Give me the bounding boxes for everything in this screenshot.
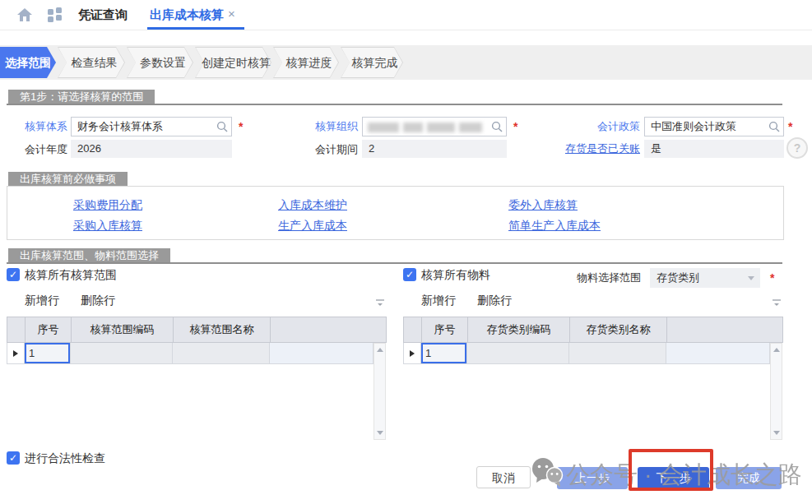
period-value: 2 — [362, 140, 507, 158]
seq-cell-selected[interactable]: 1 — [421, 343, 467, 364]
accounting-policy-label: 会计政策 — [574, 117, 640, 136]
tab-outbound-cost-accounting[interactable]: 出库成本核算 — [150, 0, 224, 30]
all-ranges-checkbox-label: 核算所有核算范围 — [25, 268, 117, 281]
accounting-policy-value: 中国准则会计政策 — [651, 118, 736, 136]
category-code-cell[interactable] — [467, 343, 569, 364]
range-name-cell[interactable] — [173, 343, 270, 364]
all-materials-checkbox-label: 核算所有物料 — [421, 268, 490, 281]
filler-cell — [270, 343, 374, 364]
link-purchase-inbound-accounting[interactable]: 采购入库核算 — [73, 218, 142, 233]
wizard-step-select-scope[interactable]: 选择范围 — [0, 47, 56, 78]
accounting-org-input[interactable] — [362, 117, 507, 136]
link-inbound-cost-maintenance[interactable]: 入库成本维护 — [278, 197, 347, 212]
search-icon[interactable] — [216, 121, 228, 132]
col-category-code: 存货类别编码 — [468, 317, 570, 342]
col-seq: 序号 — [26, 317, 72, 342]
step-label: 选择范围 — [0, 47, 56, 78]
filler-cell — [666, 343, 770, 364]
seq-cell-selected[interactable]: 1 — [25, 343, 71, 364]
col-range-name: 核算范围名称 — [174, 317, 271, 342]
inventory-closed-value: 是 — [644, 140, 784, 158]
section-title-step1: 第1步：请选择核算的范围 — [8, 90, 155, 104]
col-filler — [667, 317, 782, 342]
col-filler — [271, 317, 386, 342]
wizard-step-progress[interactable]: 核算进度 — [273, 47, 339, 78]
required-mark: * — [770, 268, 774, 288]
required-mark: * — [513, 117, 517, 136]
col-seq: 序号 — [422, 317, 468, 342]
top-tab-bar: 凭证查询 出库成本核算 × — [0, 0, 812, 30]
step-label: 创建定时核算 — [195, 47, 271, 78]
material-table-header: 序号 存货类别编码 存货类别名称 — [403, 317, 783, 343]
section-divider — [7, 262, 782, 264]
category-name-cell[interactable] — [569, 343, 666, 364]
link-simple-production-inbound-cost[interactable]: 简单生产入库成本 — [508, 218, 601, 233]
scroll-down-icon[interactable] — [773, 431, 780, 435]
range-delete-row-button[interactable]: 删除行 — [81, 294, 115, 307]
required-mark: * — [239, 117, 243, 136]
inventory-closed-link[interactable]: 存货是否已关账 — [565, 140, 640, 158]
wizard-step-create-scheduled[interactable]: 创建定时核算 — [195, 47, 271, 78]
active-tab-underline — [147, 27, 244, 30]
material-table-scrollbar[interactable] — [770, 343, 782, 440]
cancel-button[interactable]: 取消 — [476, 466, 531, 488]
range-add-row-button[interactable]: 新增行 — [25, 294, 59, 307]
material-scope-label: 物料选择范围 — [577, 271, 641, 284]
home-icon[interactable] — [16, 7, 33, 23]
range-table-header: 序号 核算范围编码 核算范围名称 — [7, 317, 387, 343]
row-marker-icon — [410, 350, 415, 357]
col-category-name: 存货类别名称 — [570, 317, 667, 342]
material-table-row[interactable]: 1 — [403, 343, 770, 364]
accounting-org-value-redacted — [368, 123, 482, 132]
all-ranges-checkbox[interactable]: ✓ — [7, 268, 20, 281]
material-delete-row-button[interactable]: 删除行 — [477, 294, 512, 307]
fiscal-year-label: 会计年度 — [8, 140, 67, 160]
row-marker-cell — [403, 343, 421, 364]
accounting-system-value: 财务会计核算体系 — [77, 118, 163, 136]
range-code-cell[interactable] — [71, 343, 173, 364]
step-label: 参数设置 — [127, 47, 193, 78]
wechat-icon — [531, 456, 565, 489]
help-icon[interactable]: ? — [786, 137, 808, 159]
section-title-todo: 出库核算前必做事项 — [8, 172, 128, 186]
grid-config-icon[interactable] — [375, 298, 385, 307]
watermark-text: 公众号 · 会计成长之路 — [566, 459, 802, 492]
link-purchase-expense-allocation[interactable]: 采购费用分配 — [73, 197, 142, 212]
link-outsourcing-inbound-accounting[interactable]: 委外入库核算 — [508, 197, 578, 212]
apps-grid-icon[interactable] — [48, 7, 63, 22]
legality-check-checkbox[interactable]: ✓ — [7, 451, 20, 465]
row-marker-icon — [13, 350, 18, 357]
search-icon[interactable] — [768, 121, 780, 132]
grid-config-icon[interactable] — [772, 298, 782, 307]
tab-voucher-query[interactable]: 凭证查询 — [78, 0, 128, 30]
row-marker-cell — [7, 343, 25, 364]
step-label: 核算完成 — [341, 47, 403, 78]
link-production-inbound-cost[interactable]: 生产入库成本 — [278, 218, 347, 233]
col-range-code: 核算范围编码 — [72, 317, 174, 342]
fiscal-year-value: 2026 — [71, 140, 232, 158]
step-label: 核算进度 — [273, 47, 339, 78]
wizard-step-check-result[interactable]: 检查结果 — [58, 47, 125, 78]
row-indicator-header — [404, 317, 422, 342]
scroll-up-icon[interactable] — [377, 348, 383, 352]
section-title-selection: 出库核算范围、物料范围选择 — [8, 248, 170, 262]
material-scope-dropdown[interactable]: 存货类别 — [650, 268, 760, 288]
search-icon[interactable] — [491, 121, 503, 132]
outbound-cost-accounting-page: 凭证查询 出库成本核算 × 选择范围 检查结果 参数设置 创建定时核算 核算进度… — [0, 0, 812, 504]
material-add-row-button[interactable]: 新增行 — [421, 294, 456, 307]
row-indicator-header — [7, 317, 26, 342]
range-table-row[interactable]: 1 — [7, 343, 374, 364]
accounting-policy-input[interactable]: 中国准则会计政策 — [644, 117, 784, 136]
period-label: 会计期间 — [292, 140, 358, 160]
wizard-step-parameter-setting[interactable]: 参数设置 — [127, 47, 193, 78]
all-materials-checkbox[interactable]: ✓ — [403, 268, 416, 281]
legality-check-label: 进行合法性检查 — [25, 451, 105, 465]
scroll-up-icon[interactable] — [773, 348, 780, 352]
accounting-system-input[interactable]: 财务会计核算体系 — [71, 117, 232, 136]
step-label: 检查结果 — [58, 47, 125, 78]
range-table-scrollbar[interactable] — [374, 343, 386, 440]
scroll-down-icon[interactable] — [377, 431, 383, 435]
wizard-step-complete[interactable]: 核算完成 — [341, 47, 403, 78]
accounting-system-label: 核算体系 — [8, 117, 67, 136]
close-tab-icon[interactable]: × — [228, 0, 235, 30]
